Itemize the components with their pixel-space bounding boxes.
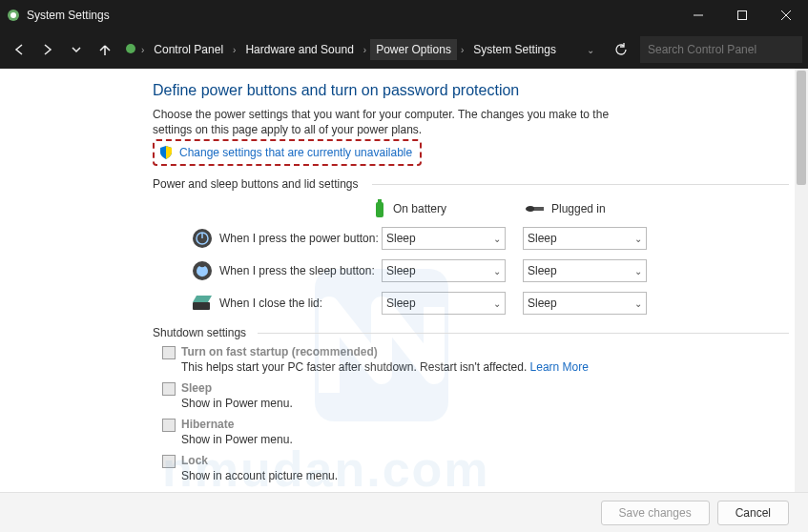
forward-button[interactable] — [34, 36, 61, 63]
page-heading: Define power buttons and turn on passwor… — [153, 82, 789, 99]
chevron-down-icon: ⌄ — [634, 234, 642, 244]
section-power-sleep: Power and sleep buttons and lid settings — [153, 177, 789, 191]
chevron-down-icon: ⌄ — [634, 298, 642, 309]
chevron-down-icon: ⌄ — [493, 298, 501, 309]
chk-fast-startup-title: Turn on fast startup (recommended) — [181, 345, 378, 358]
chevron-right-icon: › — [233, 45, 236, 55]
footer-bar: Save changes Cancel — [0, 492, 808, 532]
columns-header: On battery Plugged in — [372, 198, 789, 219]
chk-hibernate: HibernateShow in Power menu. — [162, 418, 789, 446]
page-description: Choose the power settings that you want … — [153, 107, 639, 137]
learn-more-link[interactable]: Learn More — [530, 360, 589, 374]
cancel-button[interactable]: Cancel — [717, 501, 789, 525]
col-battery-label: On battery — [393, 202, 446, 215]
chk-lock-title: Lock — [181, 454, 208, 467]
folder-icon — [124, 42, 137, 58]
chevron-down-icon[interactable]: ⌄ — [587, 45, 594, 55]
breadcrumb: › Control Panel › Hardware and Sound › P… — [124, 36, 602, 63]
chevron-right-icon: › — [141, 45, 144, 55]
lid-icon — [191, 295, 214, 312]
chk-lock-sub: Show in account picture menu. — [181, 469, 338, 482]
dd-power-plugged[interactable]: Sleep⌄ — [523, 227, 647, 250]
label-sleep-button: When I press the sleep button: — [219, 264, 382, 277]
scrollbar-thumb[interactable] — [797, 71, 806, 185]
title-bar: System Settings — [0, 0, 808, 31]
nav-bar: › Control Panel › Hardware and Sound › P… — [0, 31, 808, 69]
chk-fast-startup-sub: This helps start your PC faster after sh… — [181, 360, 527, 374]
svg-rect-11 — [534, 207, 544, 211]
dd-power-battery[interactable]: Sleep⌄ — [382, 227, 506, 250]
chk-hibernate-title: Hibernate — [181, 418, 234, 431]
checkbox-fast-startup[interactable] — [162, 346, 176, 359]
section-shutdown: Shutdown settings — [153, 326, 789, 339]
checkbox-lock[interactable] — [162, 455, 176, 468]
dd-lid-battery[interactable]: Sleep⌄ — [382, 292, 506, 315]
back-button[interactable] — [6, 36, 32, 63]
chk-fast-startup: Turn on fast startup (recommended) This … — [162, 345, 789, 374]
chevron-right-icon: › — [363, 45, 366, 55]
change-settings-link[interactable]: Change settings that are currently unava… — [179, 146, 412, 159]
chk-sleep: SleepShow in Power menu. — [162, 381, 789, 410]
crumb-power-options[interactable]: Power Options — [370, 39, 457, 60]
chevron-down-icon: ⌄ — [493, 234, 501, 244]
plug-icon — [525, 203, 546, 215]
chk-sleep-title: Sleep — [181, 381, 212, 395]
checkbox-hibernate[interactable] — [162, 419, 176, 432]
save-button[interactable]: Save changes — [601, 501, 710, 525]
chevron-down-icon: ⌄ — [493, 266, 501, 276]
up-button[interactable] — [92, 36, 118, 63]
minimize-button[interactable] — [676, 0, 720, 31]
power-button-icon — [191, 228, 214, 249]
crumb-control-panel[interactable]: Control Panel — [148, 39, 229, 60]
dd-sleep-battery[interactable]: Sleep⌄ — [382, 259, 506, 282]
chevron-down-icon: ⌄ — [634, 266, 642, 276]
crumb-system-settings[interactable]: System Settings — [467, 39, 562, 60]
chk-hibernate-sub: Show in Power menu. — [181, 433, 293, 446]
sleep-button-icon — [191, 260, 214, 281]
row-power-button: When I press the power button: Sleep⌄ Sl… — [191, 227, 789, 250]
scrollbar[interactable] — [795, 69, 808, 492]
label-lid: When I close the lid: — [219, 297, 382, 310]
shield-icon — [158, 145, 174, 160]
dd-sleep-plugged[interactable]: Sleep⌄ — [523, 259, 647, 282]
window-title: System Settings — [27, 9, 676, 22]
dd-lid-plugged[interactable]: Sleep⌄ — [523, 292, 647, 315]
window-controls — [676, 0, 808, 31]
close-button[interactable] — [764, 0, 808, 31]
search-input[interactable] — [640, 36, 802, 63]
content-area: nmudan.com Define power buttons and turn… — [0, 69, 808, 492]
chk-lock: LockShow in account picture menu. — [162, 454, 789, 482]
crumb-hardware-sound[interactable]: Hardware and Sound — [239, 39, 359, 60]
svg-rect-9 — [378, 199, 382, 202]
svg-rect-8 — [376, 202, 383, 217]
svg-rect-16 — [193, 302, 210, 310]
checkbox-sleep[interactable] — [162, 382, 176, 396]
label-power-button: When I press the power button: — [219, 232, 382, 245]
battery-icon — [372, 198, 387, 219]
svg-rect-3 — [738, 11, 747, 20]
row-sleep-button: When I press the sleep button: Sleep⌄ Sl… — [191, 259, 789, 282]
chk-sleep-sub: Show in Power menu. — [181, 397, 293, 410]
svg-point-10 — [526, 206, 535, 212]
chevron-right-icon: › — [461, 45, 464, 55]
svg-point-6 — [126, 44, 135, 53]
maximize-button[interactable] — [720, 0, 764, 31]
col-plugged: Plugged in — [525, 202, 649, 215]
change-settings-highlight: Change settings that are currently unava… — [153, 139, 422, 166]
col-battery: On battery — [372, 198, 496, 219]
app-icon — [0, 9, 27, 22]
row-lid: When I close the lid: Sleep⌄ Sleep⌄ — [191, 292, 789, 315]
svg-point-1 — [10, 12, 16, 18]
col-plugged-label: Plugged in — [551, 202, 606, 215]
refresh-button[interactable] — [608, 36, 634, 63]
recent-dropdown[interactable] — [63, 36, 90, 63]
